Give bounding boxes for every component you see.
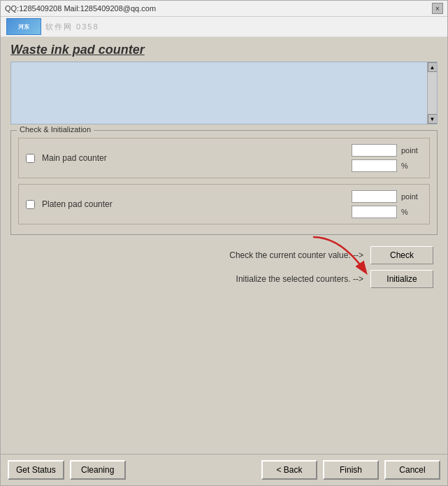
logo-icon: 河东 xyxy=(6,18,41,35)
platen-pad-percent-input[interactable] xyxy=(352,206,397,218)
actions-area: Check the current counter value. --> Che… xyxy=(8,241,440,295)
main-pad-point-row: point xyxy=(352,144,422,157)
platen-pad-point-input[interactable] xyxy=(352,190,397,203)
platen-pad-point-unit: point xyxy=(401,192,422,201)
initialize-row: Initialize the selected counters. --> In… xyxy=(10,270,433,288)
footer-bar: Get Status Cleaning < Back Finish Cancel xyxy=(1,454,447,485)
title-bar: QQ:1285409208 Mail:1285409208@qq.com × xyxy=(1,1,447,17)
get-status-button[interactable]: Get Status xyxy=(8,460,64,480)
main-pad-point-unit: point xyxy=(401,146,422,155)
finish-button[interactable]: Finish xyxy=(323,460,379,480)
group-legend: Check & Initialization xyxy=(17,125,94,134)
main-pad-checkbox[interactable] xyxy=(26,154,35,163)
initialize-button[interactable]: Initialize xyxy=(370,270,433,288)
platen-pad-row: Platen pad counter point % xyxy=(18,184,430,224)
back-button[interactable]: < Back xyxy=(261,460,317,480)
check-label: Check the current counter value. --> xyxy=(229,250,363,260)
scroll-up-button[interactable]: ▲ xyxy=(428,62,438,72)
main-window: QQ:1285409208 Mail:1285409208@qq.com × 河… xyxy=(0,0,448,486)
watermark-text: 软件网 0358 xyxy=(45,22,99,32)
main-pad-percent-unit: % xyxy=(401,162,422,170)
cancel-button[interactable]: Cancel xyxy=(384,460,440,480)
close-button[interactable]: × xyxy=(432,3,443,14)
platen-pad-checkbox[interactable] xyxy=(26,200,35,209)
log-area: ▲ ▼ xyxy=(10,62,438,124)
check-row: Check the current counter value. --> Che… xyxy=(10,246,433,264)
main-pad-row: Main pad counter point % xyxy=(18,138,430,178)
platen-pad-label: Platen pad counter xyxy=(42,199,133,209)
content-area: ▲ ▼ Check & Initialization Main pad coun… xyxy=(1,62,447,454)
main-pad-point-input[interactable] xyxy=(352,144,397,157)
main-pad-fields: point % xyxy=(352,144,422,172)
scroll-down-button[interactable]: ▼ xyxy=(428,114,438,124)
scrollbar[interactable]: ▲ ▼ xyxy=(427,62,437,124)
cleaning-button[interactable]: Cleaning xyxy=(70,460,126,480)
platen-pad-fields: point % xyxy=(352,190,422,218)
check-button[interactable]: Check xyxy=(370,246,433,264)
platen-pad-point-row: point xyxy=(352,190,422,203)
contact-info: QQ:1285409208 Mail:1285409208@qq.com xyxy=(5,4,156,13)
platen-pad-percent-unit: % xyxy=(401,208,422,216)
check-init-group: Check & Initialization Main pad counter … xyxy=(10,130,438,235)
app-title: Waste ink pad counter xyxy=(1,37,447,62)
main-pad-label: Main pad counter xyxy=(42,153,133,163)
title-bar-left: QQ:1285409208 Mail:1285409208@qq.com xyxy=(5,4,156,13)
main-pad-percent-input[interactable] xyxy=(352,159,397,172)
platen-pad-percent-row: % xyxy=(352,206,422,218)
initialize-label: Initialize the selected counters. --> xyxy=(236,274,363,284)
main-pad-percent-row: % xyxy=(352,159,422,172)
